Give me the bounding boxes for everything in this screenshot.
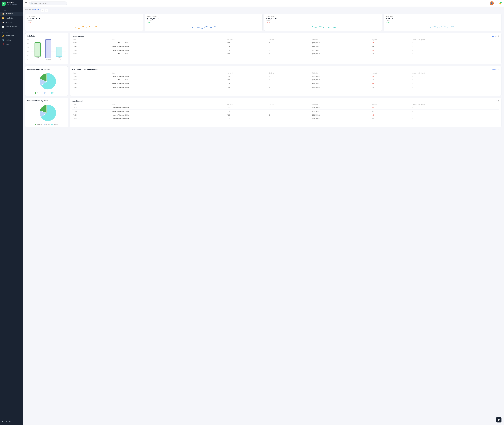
cell-code: TR-546 bbox=[72, 106, 111, 110]
ms-col-total-value: Total value bbox=[311, 103, 371, 106]
y-label-10: 10 bbox=[27, 51, 29, 52]
sidebar-item-settings[interactable]: ⚙️ Settings bbox=[0, 38, 23, 42]
cell-name: Hailstorm Alluminium Sliders bbox=[111, 52, 226, 56]
notifications-bell-icon[interactable]: 🔔 3 bbox=[499, 2, 502, 5]
fastest-moving-header: Fastest Moving View all ⇅ bbox=[72, 35, 499, 37]
cell-on-hand: 716 bbox=[226, 113, 268, 117]
next-arrow[interactable]: › bbox=[45, 9, 48, 12]
cell-total-value: $ 527,879.01 bbox=[311, 82, 371, 85]
inventory-value-card: Inventory Status (by Value) Stock out bbox=[25, 98, 68, 127]
breadcrumb-current: Dashboard bbox=[33, 9, 41, 10]
sidebar-item-order-plan[interactable]: 📋 Order Plan bbox=[0, 20, 23, 25]
cell-name: Hailstorm Alluminium Sliders bbox=[111, 78, 226, 82]
ms-col-on-hand: On Hand bbox=[226, 103, 268, 106]
table-row: TR-546 Hailstorm Alluminium Sliders 716 … bbox=[72, 85, 499, 89]
chat-button[interactable]: 💬 bbox=[496, 417, 502, 423]
sidebar-item-purchase-orders[interactable]: 📊 Purchase Orders bbox=[0, 25, 23, 29]
cell-days-left: 165 bbox=[371, 48, 412, 52]
cell-on-hand: 716 bbox=[226, 117, 268, 120]
most-stagnant-header: Most Stagnant View all ⇅ bbox=[72, 100, 499, 102]
col-on-order: On Order bbox=[268, 39, 311, 41]
cell-on-order: 0 bbox=[268, 117, 311, 120]
cell-name: Hailstorm Alluminium Sliders bbox=[111, 113, 226, 117]
quick-access-label: Quick Access bbox=[0, 8, 23, 12]
cell-days-left: 165 bbox=[371, 52, 412, 56]
cell-name: Hailstorm Alluminium Sliders bbox=[111, 82, 226, 85]
sale-rate-title: Sale Rate bbox=[27, 35, 66, 37]
sidebar-item-notifications[interactable]: 🔔 Notifications bbox=[0, 34, 23, 38]
sidebar-item-dashboard[interactable]: 🏠 Dashboard bbox=[0, 12, 23, 16]
inventory-value-legend: Stock out Excess Balanced bbox=[27, 124, 66, 125]
sidebar-item-faq[interactable]: ❓ FAQ bbox=[0, 42, 23, 46]
y-label-0: 0 bbox=[27, 59, 29, 60]
urgent-orders-title: Most Urgent Order Requirements bbox=[72, 68, 97, 70]
most-stagnant-sort-icon[interactable]: ⇅ bbox=[498, 100, 499, 102]
urgent-orders-view-all[interactable]: View all bbox=[492, 69, 497, 70]
stat-label-neversold: Never Sold bbox=[386, 16, 499, 17]
table-row: TR-546 Hailstorm Alluminium Sliders 716 … bbox=[72, 106, 499, 110]
cell-on-hand: 716 bbox=[226, 110, 268, 113]
cell-avg-daily: 8 bbox=[412, 110, 499, 113]
row-3: Inventory Status (by Value) Stock out bbox=[25, 98, 502, 127]
cell-avg-daily: 8 bbox=[412, 85, 499, 89]
urgent-orders-sort-icon[interactable]: ⇅ bbox=[498, 68, 499, 70]
cell-days-left: 165 bbox=[371, 106, 412, 110]
purchase-orders-icon: 📊 bbox=[2, 26, 4, 28]
cell-avg-daily: 8 bbox=[412, 117, 499, 120]
stat-items-excess: 17 items bbox=[147, 20, 260, 21]
cell-on-order: 0 bbox=[268, 48, 311, 52]
cell-on-order: 0 bbox=[268, 45, 311, 48]
stat-change-excess: +0.45% ↑ bbox=[147, 21, 260, 23]
ms-col-days-left: Days left bbox=[371, 103, 412, 106]
fastest-moving-view-all[interactable]: View all bbox=[492, 35, 497, 37]
val-legend-excess: Excess bbox=[44, 124, 50, 125]
gear-icon[interactable]: ⚙ bbox=[495, 2, 497, 5]
menu-icon[interactable]: ☰ bbox=[25, 2, 27, 5]
uo-col-avg-daily: Average Daily Quantity bbox=[412, 72, 499, 74]
prev-arrow[interactable]: ‹ bbox=[41, 9, 44, 12]
legend-balanced-label: Balanced bbox=[53, 92, 58, 93]
stat-label-excess: Excess Inventory bbox=[147, 16, 260, 17]
cell-days-left: 165 bbox=[371, 85, 412, 89]
most-stagnant-card: Most Stagnant View all ⇅ Code Name On Ha… bbox=[70, 98, 502, 127]
sidebar-item-label-notifications: Notifications bbox=[6, 35, 14, 37]
pie-volume bbox=[27, 72, 66, 91]
legend-excess-label: Excess bbox=[45, 92, 50, 93]
fastest-moving-sort-icon[interactable]: ⇅ bbox=[498, 35, 499, 37]
search-input[interactable] bbox=[34, 2, 65, 4]
breadcrumb-row: Welcome / Dashboard ‹ › bbox=[25, 9, 502, 12]
cell-days-left: 165 bbox=[371, 41, 412, 45]
cell-days-left: 165 bbox=[371, 113, 412, 117]
cell-avg-daily: 8 bbox=[412, 106, 499, 110]
bar-label-moderate: Moderate bbox=[46, 59, 51, 60]
cell-code: TR-546 bbox=[72, 110, 111, 113]
cell-total-value: $ 527,879.01 bbox=[311, 85, 371, 89]
cell-on-order: 0 bbox=[268, 82, 311, 85]
content-area: Welcome / Dashboard ‹ › Total Inventory … bbox=[23, 7, 504, 425]
stat-card-stockout: Stock-out risk $ 54,178.64 7 items -1.07… bbox=[264, 14, 382, 31]
cell-name: Hailstorm Alluminium Sliders bbox=[111, 117, 226, 120]
cell-on-hand: 716 bbox=[226, 85, 268, 89]
mini-chart-neversold bbox=[386, 24, 499, 29]
search-icon: 🔍 bbox=[31, 2, 33, 4]
cell-on-hand: 716 bbox=[226, 74, 268, 78]
cell-code: TR-546 bbox=[72, 113, 111, 117]
nav-arrows: ‹ › bbox=[41, 9, 48, 12]
val-legend-excess-label: Excess bbox=[45, 124, 50, 125]
most-stagnant-view-all[interactable]: View all bbox=[492, 100, 497, 102]
avatar[interactable]: 👤 bbox=[490, 1, 494, 5]
mini-chart-excess bbox=[147, 24, 260, 29]
stat-label-total: Total Inventory bbox=[27, 16, 141, 17]
val-legend-stockout-label: Stock out bbox=[37, 124, 42, 125]
sidebar: S StockTrim SMARTER INVENTORY PLANNING Q… bbox=[0, 0, 23, 425]
search-bar: 🔍 bbox=[29, 1, 67, 5]
sidebar-item-load-data[interactable]: 📂 Load Data bbox=[0, 16, 23, 20]
load-data-icon: 📂 bbox=[2, 17, 4, 19]
val-legend-balanced-dot bbox=[51, 124, 52, 125]
sidebar-item-logout[interactable]: ⏻ Log Out bbox=[0, 419, 23, 424]
uo-col-code: Code bbox=[72, 72, 111, 74]
table-row: TR-546 Hailstorm Alluminium Sliders 716 … bbox=[72, 41, 499, 45]
cell-on-order: 0 bbox=[268, 106, 311, 110]
cell-code: TR-546 bbox=[72, 52, 111, 56]
urgent-orders-table: Code Name On Hand On Order Total value D… bbox=[72, 72, 499, 89]
